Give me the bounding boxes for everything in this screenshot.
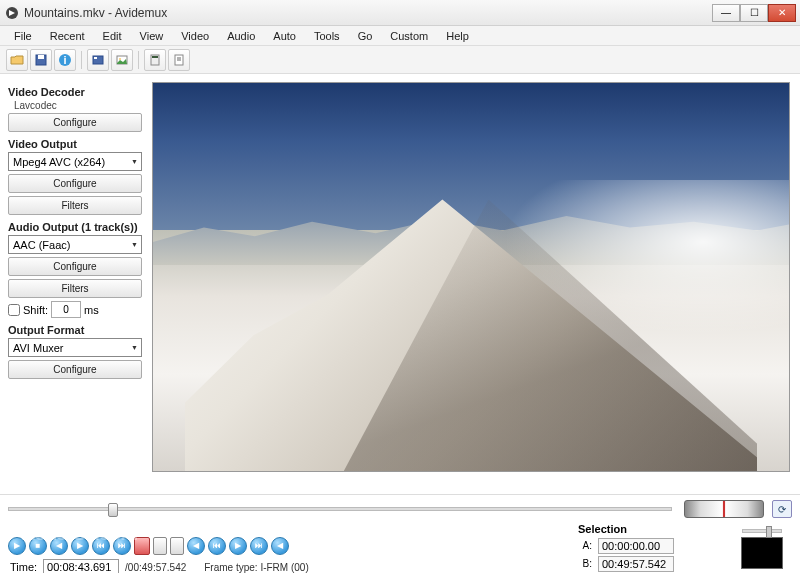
main-area: Video Decoder Lavcodec Configure Video O… <box>0 74 800 494</box>
save-video-button[interactable] <box>87 49 109 71</box>
menu-tools[interactable]: Tools <box>306 28 348 44</box>
video-decoder-configure-button[interactable]: Configure <box>8 113 142 132</box>
window-titlebar: Mountains.mkv - Avidemux — ☐ ✕ <box>0 0 800 26</box>
menubar: File Recent Edit View Video Audio Auto T… <box>0 26 800 46</box>
set-marker-a-button[interactable] <box>134 537 150 555</box>
svg-rect-2 <box>38 55 44 59</box>
info-button[interactable]: i <box>54 49 76 71</box>
menu-video[interactable]: Video <box>173 28 217 44</box>
save-button[interactable] <box>30 49 52 71</box>
selection-a-value: 00:00:00.00 <box>598 538 674 554</box>
open-button[interactable] <box>6 49 28 71</box>
set-marker-b-button[interactable] <box>153 537 167 555</box>
prev-black-button[interactable]: ◀ <box>271 537 289 555</box>
video-output-select[interactable]: Mpeg4 AVC (x264) <box>8 152 142 171</box>
toolbar-separator <box>138 51 139 69</box>
svg-rect-6 <box>94 57 97 59</box>
audio-output-select[interactable]: AAC (Faac) <box>8 235 142 254</box>
audio-level-icon <box>741 537 783 569</box>
last-frame-button[interactable]: ⏭ <box>250 537 268 555</box>
toolbar: i <box>0 46 800 74</box>
menu-custom[interactable]: Custom <box>382 28 436 44</box>
toolbar-separator <box>81 51 82 69</box>
save-image-button[interactable] <box>111 49 133 71</box>
selection-title: Selection <box>578 523 728 535</box>
menu-file[interactable]: File <box>6 28 40 44</box>
menu-go[interactable]: Go <box>350 28 381 44</box>
video-preview-area <box>150 74 800 494</box>
time-current-input[interactable]: 00:08:43.691 <box>43 559 119 574</box>
stop-button[interactable]: ■ <box>29 537 47 555</box>
jog-wheel[interactable] <box>684 500 764 518</box>
loop-button[interactable]: ⟳ <box>772 500 792 518</box>
shift-checkbox[interactable] <box>8 304 20 316</box>
menu-audio[interactable]: Audio <box>219 28 263 44</box>
volume-thumb[interactable] <box>766 526 772 538</box>
menu-view[interactable]: View <box>132 28 172 44</box>
audio-output-filters-button[interactable]: Filters <box>8 279 142 298</box>
goto-b-button[interactable]: ▶ <box>229 537 247 555</box>
svg-text:i: i <box>63 54 66 66</box>
menu-auto[interactable]: Auto <box>265 28 304 44</box>
output-format-selected: AVI Muxer <box>13 342 64 354</box>
menu-help[interactable]: Help <box>438 28 477 44</box>
next-frame-button[interactable]: ▶ <box>71 537 89 555</box>
video-preview[interactable] <box>152 82 790 472</box>
menu-recent[interactable]: Recent <box>42 28 93 44</box>
volume-slider[interactable] <box>742 529 782 533</box>
selection-a-label: A: <box>578 540 592 551</box>
bottom-controls: ⟳ ▶ ■ ◀ ▶ ⏮ ⏭ ◀ ⏮ ▶ ⏭ ◀ Time: 00:08: <box>0 494 800 573</box>
video-output-filters-button[interactable]: Filters <box>8 196 142 215</box>
selection-b-label: B: <box>578 558 592 569</box>
prev-frame-button[interactable]: ◀ <box>50 537 68 555</box>
output-format-configure-button[interactable]: Configure <box>8 360 142 379</box>
calculator-button[interactable] <box>144 49 166 71</box>
output-format-label: Output Format <box>8 324 142 336</box>
video-output-configure-button[interactable]: Configure <box>8 174 142 193</box>
svg-point-8 <box>119 58 121 60</box>
selection-b-value: 00:49:57.542 <box>598 556 674 572</box>
maximize-button[interactable]: ☐ <box>740 4 768 22</box>
shift-input[interactable] <box>51 301 81 318</box>
video-decoder-codec: Lavcodec <box>14 100 142 111</box>
frame-type-label: Frame type: I-FRM (00) <box>204 562 308 573</box>
sidebar: Video Decoder Lavcodec Configure Video O… <box>0 74 150 494</box>
script-button[interactable] <box>168 49 190 71</box>
shift-label: Shift: <box>23 304 48 316</box>
video-output-label: Video Output <box>8 138 142 150</box>
close-button[interactable]: ✕ <box>768 4 796 22</box>
selection-panel: Selection A: 00:00:00.00 B: 00:49:57.542 <box>578 521 728 574</box>
prev-keyframe-button[interactable]: ⏮ <box>92 537 110 555</box>
seek-slider[interactable] <box>8 507 672 511</box>
time-total: /00:49:57.542 <box>125 562 186 573</box>
minimize-button[interactable]: — <box>712 4 740 22</box>
window-title: Mountains.mkv - Avidemux <box>24 6 712 20</box>
goto-a-button[interactable]: ◀ <box>187 537 205 555</box>
output-format-select[interactable]: AVI Muxer <box>8 338 142 357</box>
audio-output-selected: AAC (Faac) <box>13 239 70 251</box>
audio-output-configure-button[interactable]: Configure <box>8 257 142 276</box>
video-decoder-label: Video Decoder <box>8 86 142 98</box>
avidemux-icon <box>4 5 20 21</box>
shift-unit: ms <box>84 304 99 316</box>
delete-button[interactable] <box>170 537 184 555</box>
next-keyframe-button[interactable]: ⏭ <box>113 537 131 555</box>
audio-output-label: Audio Output (1 track(s)) <box>8 221 142 233</box>
menu-edit[interactable]: Edit <box>95 28 130 44</box>
first-frame-button[interactable]: ⏮ <box>208 537 226 555</box>
play-button[interactable]: ▶ <box>8 537 26 555</box>
seek-thumb[interactable] <box>108 503 118 517</box>
time-label: Time: <box>10 561 37 573</box>
video-output-selected: Mpeg4 AVC (x264) <box>13 156 105 168</box>
svg-rect-10 <box>152 56 158 58</box>
